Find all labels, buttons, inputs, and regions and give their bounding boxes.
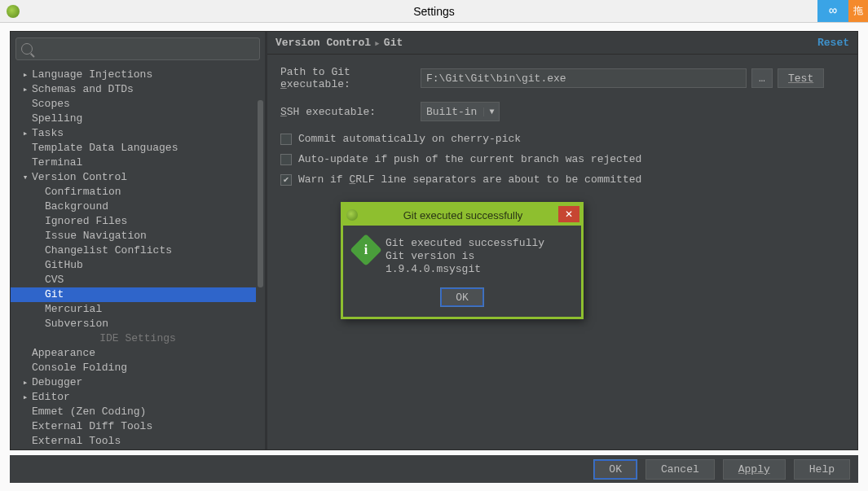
- tree-item[interactable]: GitHub: [11, 258, 265, 273]
- ssh-label: SSH executable:: [280, 106, 421, 118]
- cancel-button[interactable]: Cancel: [645, 459, 715, 480]
- crlf-warn-label: Warn if CRLF line separators are about t…: [298, 173, 641, 186]
- cherry-pick-label: Commit automatically on cherry-pick: [298, 133, 521, 145]
- tree-item-label: Console Folding: [32, 361, 127, 375]
- chevron-right-icon: ▸: [374, 37, 381, 50]
- breadcrumb-child: Git: [384, 37, 403, 49]
- tree-item-label: Mercurial: [45, 302, 102, 317]
- auto-update-checkbox[interactable]: [280, 154, 292, 165]
- chevron-right-icon[interactable]: [19, 375, 32, 390]
- tree-item[interactable]: Appearance: [11, 346, 265, 361]
- tree-item-label: Background: [45, 199, 108, 214]
- tree-item[interactable]: Editor: [11, 390, 265, 405]
- tree-item[interactable]: Debugger: [11, 375, 265, 390]
- tree-item[interactable]: Schemas and DTDs: [11, 82, 265, 97]
- close-button[interactable]: ✕: [558, 206, 579, 222]
- chevron-right-icon[interactable]: [19, 68, 32, 82]
- dialog-title: Git executed successfully: [345, 209, 581, 221]
- tree-item[interactable]: Spelling: [11, 112, 265, 126]
- breadcrumb: Version Control ▸ Git Reset: [267, 32, 857, 55]
- ssh-dropdown[interactable]: Built-in ▼: [421, 102, 500, 121]
- tree-item-label: Editor: [32, 390, 70, 405]
- assist-button[interactable]: ∞: [817, 0, 848, 22]
- tree-item-label: Appearance: [32, 346, 95, 361]
- tree-item[interactable]: Confirmation: [11, 185, 265, 199]
- ssh-value: Built-in: [426, 106, 477, 118]
- tree-item[interactable]: Background: [11, 199, 265, 214]
- browse-button[interactable]: …: [751, 68, 773, 88]
- chevron-right-icon[interactable]: [19, 390, 32, 405]
- chevron-right-icon[interactable]: [19, 82, 32, 97]
- search-input[interactable]: [15, 37, 260, 60]
- tree-item[interactable]: Version Control: [11, 170, 265, 185]
- tree-item-label: Issue Navigation: [45, 229, 147, 243]
- tree-item-label: External Tools: [32, 434, 121, 449]
- tree-item-label: Language Injections: [32, 68, 152, 82]
- tree-item-label: Terminal: [32, 156, 82, 170]
- tree-item-label: Changelist Conflicts: [45, 243, 172, 258]
- cherry-pick-checkbox[interactable]: [280, 134, 292, 145]
- tree-item[interactable]: Console Folding: [11, 361, 265, 375]
- dialog-ok-button[interactable]: OK: [440, 287, 484, 307]
- reset-link[interactable]: Reset: [817, 37, 849, 49]
- tree-item-label: Spelling: [32, 112, 82, 126]
- tree-item[interactable]: CVS: [11, 273, 265, 287]
- help-button[interactable]: Help: [794, 459, 850, 480]
- chevron-right-icon[interactable]: [19, 126, 32, 141]
- infinity-icon: ∞: [829, 4, 837, 19]
- tree-item[interactable]: Git: [11, 287, 265, 302]
- crlf-warn-checkbox[interactable]: [280, 174, 292, 186]
- tree-item-label: GitHub: [45, 258, 83, 273]
- info-icon: [350, 234, 382, 266]
- tree-item-label: Schemas and DTDs: [32, 82, 134, 97]
- dialog-message: Git executed successfully Git version is…: [386, 237, 571, 276]
- tree-item-label: Template Data Languages: [32, 141, 178, 156]
- apply-button[interactable]: Apply: [723, 459, 786, 480]
- tree-item-label: CVS: [45, 273, 64, 287]
- tree-item-label: Ignored Files: [45, 214, 127, 229]
- test-button[interactable]: Test: [778, 68, 824, 88]
- tree-item-label: Emmet (Zen Coding): [32, 405, 146, 419]
- tree-item[interactable]: Emmet (Zen Coding): [11, 405, 265, 419]
- tree-item-label: External Diff Tools: [32, 419, 152, 434]
- tree-item[interactable]: Mercurial: [11, 302, 265, 317]
- auto-update-label: Auto-update if push of the current branc…: [298, 153, 641, 165]
- tree-item[interactable]: Issue Navigation: [11, 229, 265, 243]
- search-icon: [21, 43, 33, 55]
- info-dialog: Git executed successfully ✕ Git executed…: [341, 202, 584, 319]
- sidebar: Language InjectionsSchemas and DTDsScope…: [11, 32, 265, 449]
- sidebar-scrollbar[interactable]: [256, 96, 265, 449]
- tree-item[interactable]: Ignored Files: [11, 214, 265, 229]
- titlebar: Settings ∞ 拖: [0, 0, 868, 23]
- drag-button[interactable]: 拖: [848, 0, 868, 22]
- app-icon: [7, 5, 20, 18]
- tree-item-label: Tasks: [32, 126, 64, 141]
- breadcrumb-parent[interactable]: Version Control: [275, 37, 371, 49]
- scrollbar-thumb[interactable]: [258, 100, 263, 287]
- tree-item-label: Confirmation: [45, 185, 121, 199]
- window-title: Settings: [0, 5, 868, 18]
- tree-item[interactable]: Template Data Languages: [11, 141, 265, 156]
- tree-item[interactable]: External Tools: [11, 434, 265, 449]
- ok-button[interactable]: OK: [593, 459, 637, 480]
- dialog-button-bar: OK Cancel Apply Help: [10, 455, 858, 483]
- chevron-down-icon[interactable]: [19, 170, 32, 185]
- tree-item[interactable]: External Diff Tools: [11, 419, 265, 434]
- settings-tree: Language InjectionsSchemas and DTDsScope…: [11, 64, 265, 449]
- tree-item-label: Scopes: [32, 97, 70, 112]
- tree-item[interactable]: Changelist Conflicts: [11, 243, 265, 258]
- tree-item-label: Subversion: [45, 317, 108, 331]
- chevron-down-icon: ▼: [483, 107, 494, 116]
- tree-item[interactable]: Terminal: [11, 156, 265, 170]
- git-path-input[interactable]: [421, 68, 747, 88]
- tree-item-label: Version Control: [32, 170, 127, 185]
- tree-item-label: Git: [45, 287, 64, 302]
- tree-item-label: Debugger: [32, 375, 82, 390]
- tree-item[interactable]: Language Injections: [11, 68, 265, 82]
- tree-item[interactable]: Scopes: [11, 97, 265, 112]
- ide-settings-separator: IDE Settings: [11, 331, 265, 346]
- path-label: Path to Git executable:: [280, 66, 421, 90]
- tree-item[interactable]: Tasks: [11, 126, 265, 141]
- tree-item[interactable]: Subversion: [11, 317, 265, 331]
